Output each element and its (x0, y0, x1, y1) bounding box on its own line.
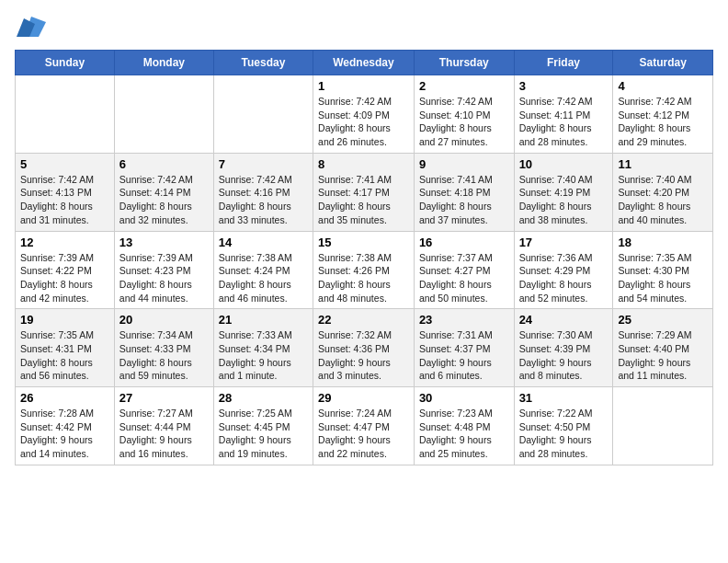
day-number: 20 (119, 313, 209, 327)
day-info: Sunrise: 7:33 AM Sunset: 4:34 PM Dayligh… (219, 328, 308, 383)
day-info: Sunrise: 7:36 AM Sunset: 4:29 PM Dayligh… (519, 251, 609, 305)
day-number: 19 (20, 313, 109, 327)
calendar-cell: 2Sunrise: 7:42 AM Sunset: 4:10 PM Daylig… (414, 75, 514, 154)
weekday-header-tuesday: Tuesday (213, 51, 313, 75)
day-number: 1 (318, 79, 409, 93)
day-info: Sunrise: 7:42 AM Sunset: 4:11 PM Dayligh… (519, 95, 609, 149)
calendar-cell: 9Sunrise: 7:41 AM Sunset: 4:18 PM Daylig… (414, 153, 514, 231)
calendar-week-5: 26Sunrise: 7:28 AM Sunset: 4:42 PM Dayli… (16, 387, 713, 465)
calendar-cell: 23Sunrise: 7:31 AM Sunset: 4:37 PM Dayli… (414, 309, 514, 387)
day-number: 7 (219, 157, 308, 171)
calendar-cell: 18Sunrise: 7:35 AM Sunset: 4:30 PM Dayli… (613, 231, 713, 309)
day-number: 30 (419, 391, 509, 405)
day-info: Sunrise: 7:34 AM Sunset: 4:33 PM Dayligh… (119, 328, 209, 383)
calendar-cell: 19Sunrise: 7:35 AM Sunset: 4:31 PM Dayli… (16, 309, 115, 387)
day-number: 2 (419, 79, 509, 93)
day-number: 15 (318, 236, 409, 249)
calendar-cell: 22Sunrise: 7:32 AM Sunset: 4:36 PM Dayli… (313, 309, 415, 387)
day-number: 11 (618, 157, 708, 171)
calendar-cell: 1Sunrise: 7:42 AM Sunset: 4:09 PM Daylig… (313, 75, 415, 154)
day-info: Sunrise: 7:24 AM Sunset: 4:47 PM Dayligh… (318, 407, 409, 461)
day-number: 27 (119, 391, 209, 405)
day-info: Sunrise: 7:38 AM Sunset: 4:24 PM Dayligh… (219, 251, 308, 305)
calendar-cell (16, 75, 115, 154)
calendar-body: 1Sunrise: 7:42 AM Sunset: 4:09 PM Daylig… (16, 75, 713, 465)
day-number: 24 (519, 313, 609, 327)
calendar-cell: 5Sunrise: 7:42 AM Sunset: 4:13 PM Daylig… (16, 153, 115, 231)
calendar-cell: 10Sunrise: 7:40 AM Sunset: 4:19 PM Dayli… (514, 153, 613, 231)
calendar-cell: 16Sunrise: 7:37 AM Sunset: 4:27 PM Dayli… (414, 231, 514, 309)
day-info: Sunrise: 7:38 AM Sunset: 4:26 PM Dayligh… (318, 251, 409, 305)
day-info: Sunrise: 7:32 AM Sunset: 4:36 PM Dayligh… (318, 328, 409, 383)
calendar-cell: 26Sunrise: 7:28 AM Sunset: 4:42 PM Dayli… (16, 387, 115, 465)
calendar-cell: 21Sunrise: 7:33 AM Sunset: 4:34 PM Dayli… (213, 309, 313, 387)
day-info: Sunrise: 7:42 AM Sunset: 4:12 PM Dayligh… (618, 95, 708, 149)
calendar-week-4: 19Sunrise: 7:35 AM Sunset: 4:31 PM Dayli… (16, 309, 713, 387)
day-number: 13 (119, 236, 209, 249)
weekday-header-friday: Friday (514, 51, 613, 75)
day-info: Sunrise: 7:40 AM Sunset: 4:20 PM Dayligh… (618, 173, 708, 227)
calendar-week-2: 5Sunrise: 7:42 AM Sunset: 4:13 PM Daylig… (16, 153, 713, 231)
day-info: Sunrise: 7:41 AM Sunset: 4:17 PM Dayligh… (318, 173, 409, 227)
day-number: 12 (20, 236, 109, 249)
day-number: 22 (318, 313, 409, 327)
day-number: 3 (519, 79, 609, 93)
logo (15, 15, 46, 40)
calendar-cell: 13Sunrise: 7:39 AM Sunset: 4:23 PM Dayli… (114, 231, 213, 309)
calendar-cell: 30Sunrise: 7:23 AM Sunset: 4:48 PM Dayli… (414, 387, 514, 465)
weekday-header-monday: Monday (114, 51, 213, 75)
day-info: Sunrise: 7:23 AM Sunset: 4:48 PM Dayligh… (419, 407, 509, 461)
day-info: Sunrise: 7:40 AM Sunset: 4:19 PM Dayligh… (519, 173, 609, 227)
calendar-cell (213, 75, 313, 154)
logo-icon (17, 15, 46, 40)
calendar-cell: 24Sunrise: 7:30 AM Sunset: 4:39 PM Dayli… (514, 309, 613, 387)
calendar-cell: 25Sunrise: 7:29 AM Sunset: 4:40 PM Dayli… (613, 309, 713, 387)
day-info: Sunrise: 7:42 AM Sunset: 4:09 PM Dayligh… (318, 95, 409, 149)
day-info: Sunrise: 7:39 AM Sunset: 4:23 PM Dayligh… (119, 251, 209, 305)
calendar-cell: 7Sunrise: 7:42 AM Sunset: 4:16 PM Daylig… (213, 153, 313, 231)
weekday-header-saturday: Saturday (613, 51, 713, 75)
day-info: Sunrise: 7:25 AM Sunset: 4:45 PM Dayligh… (219, 407, 308, 461)
day-number: 23 (419, 313, 509, 327)
calendar-cell: 3Sunrise: 7:42 AM Sunset: 4:11 PM Daylig… (514, 75, 613, 154)
day-number: 6 (119, 157, 209, 171)
calendar-cell: 6Sunrise: 7:42 AM Sunset: 4:14 PM Daylig… (114, 153, 213, 231)
calendar-cell: 28Sunrise: 7:25 AM Sunset: 4:45 PM Dayli… (213, 387, 313, 465)
day-number: 5 (20, 157, 109, 171)
calendar-cell: 20Sunrise: 7:34 AM Sunset: 4:33 PM Dayli… (114, 309, 213, 387)
calendar-cell: 15Sunrise: 7:38 AM Sunset: 4:26 PM Dayli… (313, 231, 415, 309)
day-info: Sunrise: 7:35 AM Sunset: 4:31 PM Dayligh… (20, 328, 109, 383)
day-number: 25 (618, 313, 708, 327)
calendar-cell: 29Sunrise: 7:24 AM Sunset: 4:47 PM Dayli… (313, 387, 415, 465)
weekday-header-row: SundayMondayTuesdayWednesdayThursdayFrid… (16, 51, 713, 75)
day-info: Sunrise: 7:28 AM Sunset: 4:42 PM Dayligh… (20, 407, 109, 461)
day-number: 16 (419, 236, 509, 249)
day-info: Sunrise: 7:35 AM Sunset: 4:30 PM Dayligh… (618, 251, 708, 305)
day-number: 29 (318, 391, 409, 405)
calendar-cell: 4Sunrise: 7:42 AM Sunset: 4:12 PM Daylig… (613, 75, 713, 154)
day-info: Sunrise: 7:27 AM Sunset: 4:44 PM Dayligh… (119, 407, 209, 461)
day-number: 10 (519, 157, 609, 171)
day-number: 26 (20, 391, 109, 405)
calendar-table: SundayMondayTuesdayWednesdayThursdayFrid… (15, 50, 713, 465)
calendar-cell (613, 387, 713, 465)
day-number: 9 (419, 157, 509, 171)
weekday-header-thursday: Thursday (414, 51, 514, 75)
calendar-cell (114, 75, 213, 154)
calendar-header: SundayMondayTuesdayWednesdayThursdayFrid… (16, 51, 713, 75)
calendar-cell: 14Sunrise: 7:38 AM Sunset: 4:24 PM Dayli… (213, 231, 313, 309)
day-info: Sunrise: 7:31 AM Sunset: 4:37 PM Dayligh… (419, 328, 509, 383)
day-info: Sunrise: 7:37 AM Sunset: 4:27 PM Dayligh… (419, 251, 509, 305)
day-number: 17 (519, 236, 609, 249)
calendar-cell: 12Sunrise: 7:39 AM Sunset: 4:22 PM Dayli… (16, 231, 115, 309)
day-info: Sunrise: 7:42 AM Sunset: 4:16 PM Dayligh… (219, 173, 308, 227)
page-header (15, 15, 713, 40)
calendar-cell: 11Sunrise: 7:40 AM Sunset: 4:20 PM Dayli… (613, 153, 713, 231)
day-info: Sunrise: 7:22 AM Sunset: 4:50 PM Dayligh… (519, 407, 609, 461)
day-number: 18 (618, 236, 708, 249)
day-info: Sunrise: 7:39 AM Sunset: 4:22 PM Dayligh… (20, 251, 109, 305)
calendar-week-3: 12Sunrise: 7:39 AM Sunset: 4:22 PM Dayli… (16, 231, 713, 309)
day-info: Sunrise: 7:42 AM Sunset: 4:10 PM Dayligh… (419, 95, 509, 149)
calendar-cell: 17Sunrise: 7:36 AM Sunset: 4:29 PM Dayli… (514, 231, 613, 309)
weekday-header-sunday: Sunday (16, 51, 115, 75)
